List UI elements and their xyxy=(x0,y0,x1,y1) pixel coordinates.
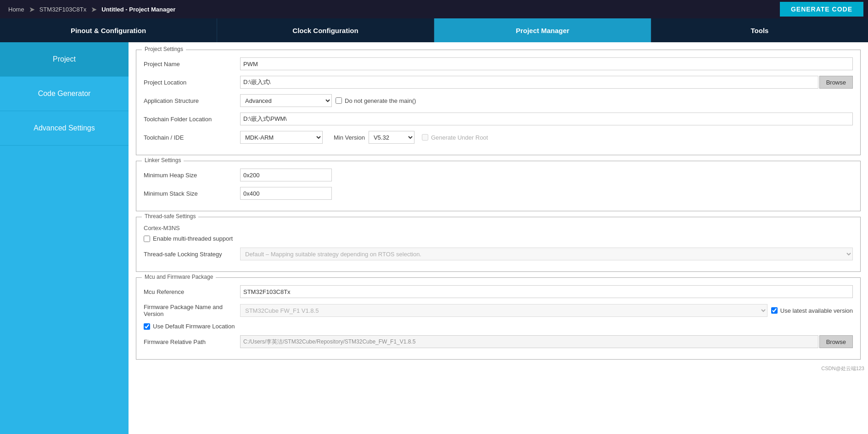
project-location-browse-button[interactable]: Browse xyxy=(819,76,853,89)
project-name-input[interactable] xyxy=(240,57,853,70)
project-location-label: Project Location xyxy=(144,79,240,86)
tab-clock[interactable]: Clock Configuration xyxy=(217,18,434,42)
min-version-select[interactable]: V5.32 V5.27 V5.36 xyxy=(369,131,414,144)
do-not-generate-main-checkbox[interactable] xyxy=(336,97,342,104)
breadcrumb-mcu[interactable]: STM32F103C8Tx xyxy=(36,6,90,13)
do-not-generate-main-label[interactable]: Do not generate the main() xyxy=(336,97,416,104)
breadcrumb-project[interactable]: Untitled - Project Manager xyxy=(98,6,179,13)
toolchain-ide-label: Toolchain / IDE xyxy=(144,134,240,141)
generate-under-root-text: Generate Under Root xyxy=(431,134,488,141)
mcu-reference-row: Mcu Reference xyxy=(144,285,853,298)
thread-safe-section: Thread-safe Settings Cortex-M3NS Enable … xyxy=(136,217,861,272)
project-settings-legend: Project Settings xyxy=(142,46,186,52)
firmware-package-group: STM32Cube FW_F1 V1.8.5 Use latest availa… xyxy=(240,304,853,317)
enable-multithread-text: Enable multi-threaded support xyxy=(153,235,233,242)
sidebar-item-advanced-settings[interactable]: Advanced Settings xyxy=(0,111,129,146)
generate-under-root-checkbox[interactable] xyxy=(422,134,428,141)
breadcrumb: Home ➤ STM32F103C8Tx ➤ Untitled - Projec… xyxy=(5,5,179,14)
heap-size-row: Minimum Heap Size xyxy=(144,169,853,181)
firmware-path-label: Firmware Relative Path xyxy=(144,338,240,345)
heap-size-label: Minimum Heap Size xyxy=(144,172,240,179)
breadcrumb-home[interactable]: Home xyxy=(5,6,28,13)
firmware-path-browse-button[interactable]: Browse xyxy=(819,335,853,348)
locking-strategy-label: Thread-safe Locking Strategy xyxy=(144,251,240,258)
linker-settings-legend: Linker Settings xyxy=(142,157,184,163)
tab-pinout[interactable]: Pinout & Configuration xyxy=(0,18,217,42)
firmware-package-select[interactable]: STM32Cube FW_F1 V1.8.5 xyxy=(240,304,767,317)
project-location-row: Project Location Browse xyxy=(144,76,853,89)
mcu-firmware-legend: Mcu and Firmware Package xyxy=(142,274,216,280)
use-default-firmware-label[interactable]: Use Default Firmware Location xyxy=(144,323,235,330)
tab-project-manager[interactable]: Project Manager xyxy=(434,18,651,42)
tab-tools[interactable]: Tools xyxy=(651,18,868,42)
min-version-label: Min Version xyxy=(334,134,365,141)
application-structure-row: Application Structure Advanced Basic Do … xyxy=(144,94,853,107)
mcu-reference-label: Mcu Reference xyxy=(144,288,240,295)
firmware-package-row: Firmware Package Name and Version STM32C… xyxy=(144,304,853,317)
enable-multithread-row: Enable multi-threaded support xyxy=(144,235,853,242)
toolchain-folder-label: Toolchain Folder Location xyxy=(144,116,240,123)
stack-size-input[interactable] xyxy=(240,187,332,200)
mcu-reference-input[interactable] xyxy=(240,285,853,298)
project-name-row: Project Name xyxy=(144,57,853,70)
sidebar-item-code-generator[interactable]: Code Generator xyxy=(0,77,129,111)
thread-safe-legend: Thread-safe Settings xyxy=(142,213,198,220)
stack-size-row: Minimum Stack Size xyxy=(144,187,853,200)
firmware-path-row: Firmware Relative Path Browse xyxy=(144,335,853,348)
locking-strategy-select[interactable]: Default – Mapping suitable strategy depe… xyxy=(240,248,853,260)
firmware-path-input[interactable] xyxy=(240,335,818,348)
enable-multithread-checkbox[interactable] xyxy=(144,236,150,242)
use-default-firmware-row: Use Default Firmware Location xyxy=(144,323,853,330)
content-area: Project Settings Project Name Project Lo… xyxy=(129,42,868,434)
locking-strategy-row: Thread-safe Locking Strategy Default – M… xyxy=(144,248,853,260)
toolchain-folder-input[interactable] xyxy=(240,113,853,125)
toolchain-folder-row: Toolchain Folder Location xyxy=(144,113,853,125)
mcu-firmware-section: Mcu and Firmware Package Mcu Reference F… xyxy=(136,277,861,360)
use-default-firmware-text: Use Default Firmware Location xyxy=(153,323,235,330)
linker-settings-section: Linker Settings Minimum Heap Size Minimu… xyxy=(136,161,861,211)
stack-size-label: Minimum Stack Size xyxy=(144,190,240,197)
application-structure-label: Application Structure xyxy=(144,97,240,104)
project-settings-section: Project Settings Project Name Project Lo… xyxy=(136,50,861,155)
use-default-firmware-checkbox[interactable] xyxy=(144,323,150,330)
breadcrumb-arrow-1: ➤ xyxy=(29,5,35,14)
use-latest-version-checkbox[interactable] xyxy=(771,307,778,314)
watermark: CSDN@处云端123 xyxy=(129,363,868,374)
toolchain-ide-row: Toolchain / IDE MDK-ARM EWARM SW4STM32 M… xyxy=(144,131,853,144)
project-location-input[interactable] xyxy=(240,76,818,89)
sidebar: Project Code Generator Advanced Settings xyxy=(0,42,129,434)
generate-under-root-label[interactable]: Generate Under Root xyxy=(422,134,488,141)
top-nav: Home ➤ STM32F103C8Tx ➤ Untitled - Projec… xyxy=(0,0,868,18)
heap-size-input[interactable] xyxy=(240,169,332,181)
application-structure-group: Advanced Basic Do not generate the main(… xyxy=(240,94,853,107)
use-latest-version-label[interactable]: Use latest available version xyxy=(771,307,853,314)
sidebar-item-project[interactable]: Project xyxy=(0,42,129,77)
project-name-label: Project Name xyxy=(144,61,240,68)
enable-multithread-label[interactable]: Enable multi-threaded support xyxy=(144,235,233,242)
toolchain-ide-select[interactable]: MDK-ARM EWARM SW4STM32 xyxy=(240,131,323,144)
firmware-package-label: Firmware Package Name and Version xyxy=(144,304,240,317)
cortex-label: Cortex-M3NS xyxy=(144,225,853,231)
breadcrumb-arrow-2: ➤ xyxy=(91,5,97,14)
main-layout: Project Code Generator Advanced Settings… xyxy=(0,42,868,434)
do-not-generate-main-text: Do not generate the main() xyxy=(345,97,416,104)
toolchain-ide-group: MDK-ARM EWARM SW4STM32 Min Version V5.32… xyxy=(240,131,853,144)
generate-code-button[interactable]: GENERATE CODE xyxy=(780,2,863,17)
use-latest-version-text: Use latest available version xyxy=(780,307,853,314)
application-structure-select[interactable]: Advanced Basic xyxy=(240,94,332,107)
tab-bar: Pinout & Configuration Clock Configurati… xyxy=(0,18,868,42)
